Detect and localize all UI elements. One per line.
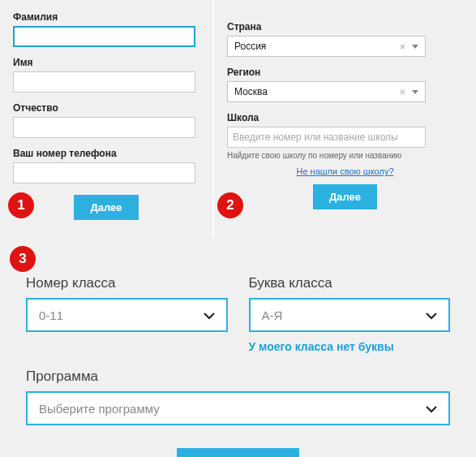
step1-panel: Фамилия Имя Отчество Ваш номер телефона …: [0, 0, 212, 236]
program-value: Выберите программу: [39, 402, 160, 416]
chevron-down-icon: [412, 45, 418, 49]
step-badge-2: 2: [217, 192, 243, 218]
no-letter-link[interactable]: У моего класса нет буквы: [249, 340, 394, 353]
class-number-value: 0-11: [39, 308, 63, 322]
next-button[interactable]: Далее: [74, 195, 138, 220]
patronymic-input[interactable]: [13, 117, 195, 138]
region-label: Регион: [227, 67, 463, 78]
patronymic-label: Отчество: [13, 102, 199, 114]
step-badge-1: 1: [8, 192, 34, 218]
next-button[interactable]: Далее: [177, 448, 299, 457]
chevron-down-icon: [426, 402, 437, 416]
school-not-found-link[interactable]: Не нашли свою школу?: [227, 166, 463, 176]
chevron-down-icon: [426, 308, 437, 322]
program-label: Программа: [26, 369, 450, 385]
class-letter-select[interactable]: А-Я: [249, 298, 451, 332]
clear-icon[interactable]: ×: [399, 86, 405, 98]
region-select[interactable]: Москва ×: [227, 81, 426, 102]
region-value: Москва: [234, 86, 268, 97]
step2-panel: Страна Россия × Регион Москва × Школа На…: [214, 0, 476, 236]
country-label: Страна: [227, 21, 463, 32]
country-value: Россия: [234, 41, 266, 52]
name-label: Имя: [13, 57, 199, 68]
school-hint: Найдите свою школу по номеру или названи…: [227, 151, 463, 160]
program-select[interactable]: Выберите программу: [26, 391, 450, 425]
step3-panel: 3 Номер класса 0-11 Буква класса А-Я У м…: [0, 236, 476, 457]
step-badge-3: 3: [10, 246, 36, 272]
next-button[interactable]: Далее: [313, 184, 377, 209]
chevron-down-icon: [412, 90, 418, 94]
class-number-label: Номер класса: [26, 275, 228, 291]
class-number-select[interactable]: 0-11: [26, 298, 228, 332]
class-letter-label: Буква класса: [249, 275, 451, 291]
chevron-down-icon: [204, 308, 215, 322]
name-input[interactable]: [13, 71, 195, 93]
phone-label: Ваш номер телефона: [13, 148, 199, 159]
phone-input[interactable]: [13, 162, 195, 183]
class-letter-value: А-Я: [262, 308, 283, 322]
surname-label: Фамилия: [13, 11, 199, 23]
school-input[interactable]: [227, 127, 426, 148]
surname-input[interactable]: [13, 26, 195, 47]
clear-icon[interactable]: ×: [399, 41, 405, 53]
school-label: Школа: [227, 112, 463, 123]
country-select[interactable]: Россия ×: [227, 36, 426, 57]
